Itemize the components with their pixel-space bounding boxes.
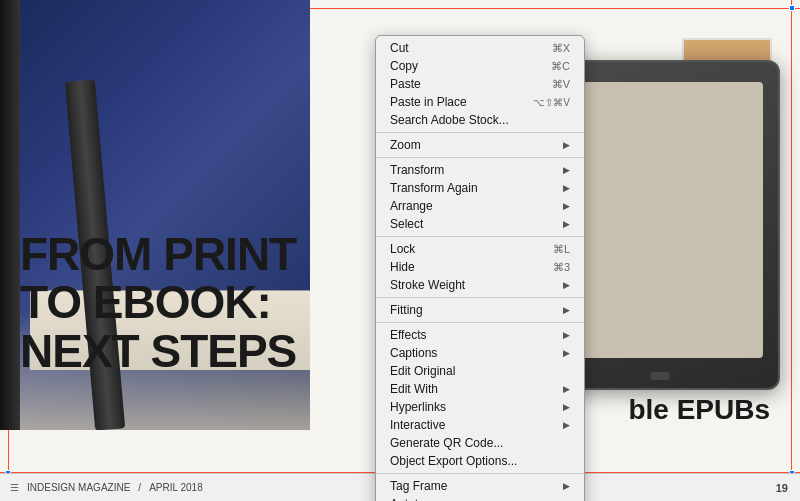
menu-item-interactive[interactable]: Interactive ▶ bbox=[376, 416, 584, 434]
menu-item-zoom[interactable]: Zoom ▶ bbox=[376, 136, 584, 154]
epub-text: ble EPUBs bbox=[628, 394, 770, 426]
ereader-button bbox=[650, 372, 670, 380]
menu-item-search-stock[interactable]: Search Adobe Stock... bbox=[376, 111, 584, 129]
menu-section-lock: Lock ⌘L Hide ⌘3 Stroke Weight ▶ bbox=[376, 237, 584, 298]
heading-text: FROM PRINT TO EBOOK: NEXT STEPS bbox=[20, 230, 340, 375]
menu-item-hyperlinks[interactable]: Hyperlinks ▶ bbox=[376, 398, 584, 416]
menu-item-transform[interactable]: Transform ▶ bbox=[376, 161, 584, 179]
menu-item-object-export[interactable]: Object Export Options... bbox=[376, 452, 584, 470]
menu-item-edit-original[interactable]: Edit Original bbox=[376, 362, 584, 380]
menu-item-arrange[interactable]: Arrange ▶ bbox=[376, 197, 584, 215]
menu-section-clipboard: Cut ⌘X Copy ⌘C Paste ⌘V Paste in Place ⌥… bbox=[376, 36, 584, 133]
magazine-page: FROM PRINT TO EBOOK: NEXT STEPS BY Laura… bbox=[0, 0, 800, 501]
menu-item-autotag[interactable]: Autotag bbox=[376, 495, 584, 501]
separator: / bbox=[138, 482, 141, 493]
menu-item-effects[interactable]: Effects ▶ bbox=[376, 326, 584, 344]
menu-item-captions[interactable]: Captions ▶ bbox=[376, 344, 584, 362]
menu-item-edit-with[interactable]: Edit With ▶ bbox=[376, 380, 584, 398]
ereader-screen bbox=[557, 82, 763, 358]
menu-section-transform: Transform ▶ Transform Again ▶ Arrange ▶ … bbox=[376, 158, 584, 237]
menu-item-paste[interactable]: Paste ⌘V bbox=[376, 75, 584, 93]
menu-item-transform-again[interactable]: Transform Again ▶ bbox=[376, 179, 584, 197]
menu-item-fitting[interactable]: Fitting ▶ bbox=[376, 301, 584, 319]
article-heading: FROM PRINT TO EBOOK: NEXT STEPS bbox=[20, 230, 340, 375]
menu-section-effects: Effects ▶ Captions ▶ Edit Original Edit … bbox=[376, 323, 584, 474]
book-spine bbox=[0, 0, 20, 430]
menu-item-select[interactable]: Select ▶ bbox=[376, 215, 584, 233]
menu-item-tag-frame[interactable]: Tag Frame ▶ bbox=[376, 477, 584, 495]
menu-item-generate-qr[interactable]: Generate QR Code... bbox=[376, 434, 584, 452]
menu-section-fitting: Fitting ▶ bbox=[376, 298, 584, 323]
magazine-name: INDESIGN MAGAZINE bbox=[27, 482, 130, 493]
menu-item-stroke-weight[interactable]: Stroke Weight ▶ bbox=[376, 276, 584, 294]
menu-section-zoom: Zoom ▶ bbox=[376, 133, 584, 158]
selection-handle-tr bbox=[789, 5, 795, 11]
menu-icon: ☰ bbox=[10, 482, 19, 493]
menu-item-paste-in-place[interactable]: Paste in Place ⌥⇧⌘V bbox=[376, 93, 584, 111]
menu-item-copy[interactable]: Copy ⌘C bbox=[376, 57, 584, 75]
guide-right bbox=[791, 0, 792, 501]
menu-item-lock[interactable]: Lock ⌘L bbox=[376, 240, 584, 258]
menu-item-hide[interactable]: Hide ⌘3 bbox=[376, 258, 584, 276]
context-menu[interactable]: Cut ⌘X Copy ⌘C Paste ⌘V Paste in Place ⌥… bbox=[375, 35, 585, 501]
menu-section-tag: Tag Frame ▶ Autotag bbox=[376, 474, 584, 501]
issue-date: APRIL 2018 bbox=[149, 482, 203, 493]
menu-item-cut[interactable]: Cut ⌘X bbox=[376, 39, 584, 57]
page-number: 19 bbox=[776, 482, 788, 494]
